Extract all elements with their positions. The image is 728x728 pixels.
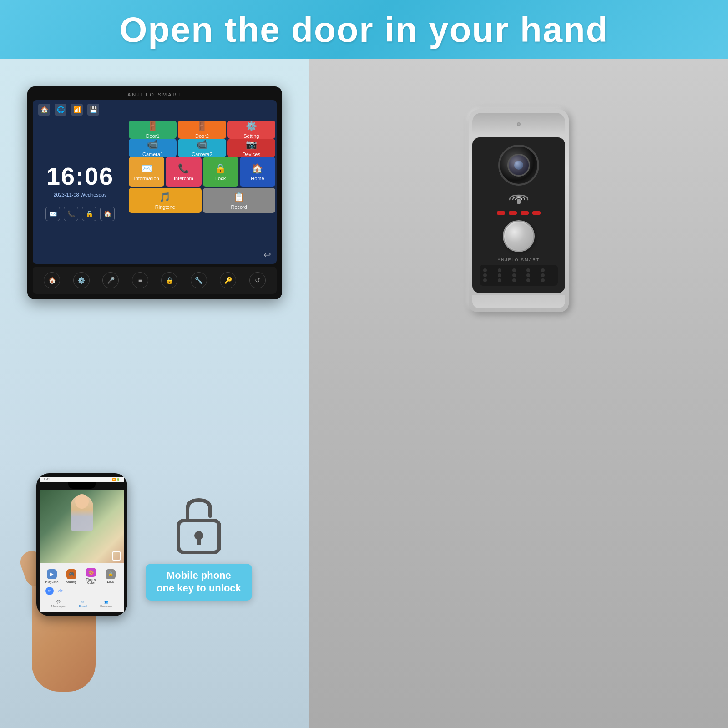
header-title: Open the door in your hand xyxy=(120,9,609,51)
sp-11 xyxy=(483,278,487,282)
led-3 xyxy=(521,211,529,215)
tile-setting[interactable]: ⚙️Setting xyxy=(228,121,275,139)
phone-body: 9:41 📶🔋 xyxy=(36,473,127,616)
tiles-middle-row: 📹Camera1 📹Camera2 📷Devices xyxy=(127,139,277,157)
screen-topbar: 🏠 🌐 📶 💾 xyxy=(33,100,277,119)
sp-5 xyxy=(541,268,545,272)
svg-rect-2 xyxy=(197,538,201,545)
hw-btn-6[interactable]: 🔧 xyxy=(191,272,207,288)
doorbell-call-button[interactable] xyxy=(503,220,535,252)
globe-icon[interactable]: 🌐 xyxy=(55,104,66,116)
clock-area: 16:06 2023-11-08 Wednesday ✉️ 📞 🔒 🏠 xyxy=(35,121,126,262)
clock-time: 16:06 xyxy=(46,162,114,190)
doorbell-outer: ANJELO SMART xyxy=(469,109,569,312)
sp-4 xyxy=(526,268,530,272)
sp-10 xyxy=(541,273,545,277)
phone-with-hand: 9:41 📶🔋 xyxy=(18,464,127,692)
tile-door2[interactable]: 🚪Door2 xyxy=(178,121,226,139)
hw-btn-2[interactable]: ⚙️ xyxy=(73,272,90,288)
tiles-area: 🚪Door1 🚪Door2 ⚙️Setting xyxy=(127,119,277,264)
edit-label[interactable]: Edit xyxy=(56,589,63,593)
tile-lock[interactable]: 🔒Lock xyxy=(203,157,238,187)
sp-14 xyxy=(526,278,530,282)
sp-12 xyxy=(498,278,501,282)
tile-camera1[interactable]: 📹Camera1 xyxy=(129,139,177,157)
doorbell-lens xyxy=(498,145,539,186)
phone-signal: 📶🔋 xyxy=(112,478,120,481)
clock-date: 2023-11-08 Wednesday xyxy=(53,192,106,197)
hw-btn-3[interactable]: 🎤 xyxy=(102,272,119,288)
clock-icon-2: 📞 xyxy=(64,207,78,221)
led-4 xyxy=(532,211,541,215)
hw-btn-8[interactable]: ↺ xyxy=(249,272,266,288)
doorbell-lens-core xyxy=(514,161,523,170)
sp-1 xyxy=(483,268,487,272)
doorbell-rfid xyxy=(480,193,558,207)
right-panel: ANJELO SMART xyxy=(309,59,728,728)
sp-9 xyxy=(526,273,530,277)
tile-ringtone[interactable]: 🎵Ringtone xyxy=(129,188,202,213)
phone-app-gallery[interactable]: 🎮 Gallery xyxy=(63,568,80,584)
phone-video-feed xyxy=(40,490,124,563)
save-icon[interactable]: 💾 xyxy=(87,104,99,116)
sp-6 xyxy=(483,273,487,277)
doorbell-bottom-plate xyxy=(472,295,565,308)
unlock-section: Mobile phone one key to unlock xyxy=(146,495,252,601)
clock-icon-1: ✉️ xyxy=(46,207,60,221)
sp-15 xyxy=(541,278,545,282)
phone-tab-features[interactable]: 👥 Features xyxy=(100,600,113,608)
phone-tab-messages[interactable]: 💬 Messages xyxy=(51,600,66,608)
main-content: ANJELO SMART 🏠 🌐 📶 💾 16:06 2023-1 xyxy=(0,59,728,728)
led-1 xyxy=(497,211,505,215)
phone: 9:41 📶🔋 xyxy=(36,473,127,616)
hw-btn-7[interactable]: 🔑 xyxy=(220,272,236,288)
rfid-icon xyxy=(507,193,530,207)
wifi-icon[interactable]: 📶 xyxy=(71,104,83,116)
hw-btn-1[interactable]: 🏠 xyxy=(44,272,60,288)
tile-information[interactable]: ✉️Information xyxy=(129,157,164,187)
phone-tab-email[interactable]: ✉ Email xyxy=(79,600,87,608)
monitor-bottom-bar: 🏠 ⚙️ 🎤 ≡ 🔒 🔧 🔑 ↺ xyxy=(33,267,277,294)
left-panel: ANJELO SMART 🏠 🌐 📶 💾 16:06 2023-1 xyxy=(0,59,309,728)
clock-icon-3: 🔒 xyxy=(82,207,96,221)
sp-13 xyxy=(512,278,516,282)
home-icon[interactable]: 🏠 xyxy=(38,104,50,116)
video-overlay-icon xyxy=(112,551,121,561)
phone-app-playback[interactable]: ▶ Playback xyxy=(44,568,60,584)
phone-app-theme[interactable]: 🎨 Theme Color xyxy=(83,568,99,584)
doorbell-camera-small xyxy=(517,122,521,126)
phone-edit-section: ✏ Edit xyxy=(42,586,122,596)
tile-devices[interactable]: 📷Devices xyxy=(228,139,275,157)
doorbell-lens-inner xyxy=(507,154,530,177)
doorbell-device: ANJELO SMART xyxy=(469,109,569,312)
sp-7 xyxy=(498,273,501,277)
led-2 xyxy=(509,211,517,215)
phone-time: 9:41 xyxy=(44,478,50,481)
hw-btn-5[interactable]: 🔒 xyxy=(161,272,177,288)
unlock-line2: one key to unlock xyxy=(157,582,241,594)
doorbell-hood xyxy=(472,113,565,136)
doorbell-camera-housing: ANJELO SMART xyxy=(472,137,565,293)
tile-home[interactable]: 🏠Home xyxy=(240,157,275,187)
tile-intercom[interactable]: 📞Intercom xyxy=(166,157,201,187)
tile-camera2[interactable]: 📹Camera2 xyxy=(178,139,226,157)
svg-rect-3 xyxy=(517,199,521,204)
phone-notch xyxy=(68,482,96,489)
tile-record[interactable]: 📋Record xyxy=(203,188,276,213)
monitor-screen: 🏠 🌐 📶 💾 16:06 2023-11-08 Wednesday ✉️ xyxy=(33,100,277,264)
sp-2 xyxy=(498,268,501,272)
hand-holder: 9:41 📶🔋 xyxy=(18,464,127,692)
tiles-top-row: 🚪Door1 🚪Door2 ⚙️Setting xyxy=(127,119,277,139)
edit-icon[interactable]: ✏ xyxy=(46,587,54,595)
phone-app-lock[interactable]: 🔒 Lock xyxy=(102,568,119,584)
back-arrow[interactable]: ↩ xyxy=(263,249,271,260)
hw-btn-4[interactable]: ≡ xyxy=(132,272,148,288)
tile-door1[interactable]: 🚪Door1 xyxy=(129,121,177,139)
tiles-extra-row: 🎵Ringtone 📋Record xyxy=(127,188,277,213)
clock-icons: ✉️ 📞 🔒 🏠 xyxy=(46,207,115,221)
header: Open the door in your hand xyxy=(0,0,728,59)
sp-8 xyxy=(512,273,516,277)
unlock-badge: Mobile phone one key to unlock xyxy=(146,564,252,601)
lock-svg-icon xyxy=(172,495,226,555)
monitor: ANJELO SMART 🏠 🌐 📶 💾 16:06 2023-1 xyxy=(27,86,282,299)
